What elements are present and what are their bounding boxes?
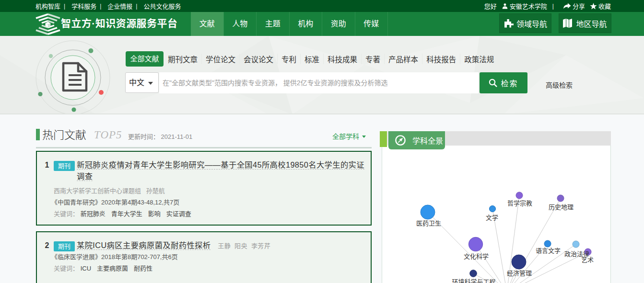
svg-text:艺术: 艺术 <box>581 256 594 263</box>
svg-text:医药卫生: 医药卫生 <box>416 220 441 227</box>
svg-text:环境科学与工程: 环境科学与工程 <box>452 278 495 283</box>
svg-text:文学: 文学 <box>486 214 498 221</box>
svg-text:历史地理: 历史地理 <box>549 204 574 211</box>
svg-text:经济管理: 经济管理 <box>507 270 532 277</box>
svg-text:语言文字: 语言文字 <box>536 247 561 254</box>
svg-text:文化科学: 文化科学 <box>464 253 489 260</box>
svg-text:哲学宗教: 哲学宗教 <box>507 200 532 207</box>
